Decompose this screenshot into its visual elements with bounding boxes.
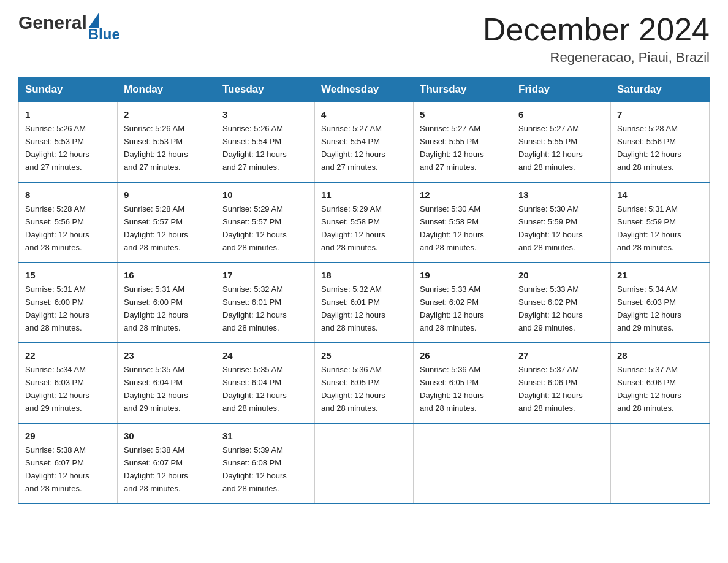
- calendar-cell: 21Sunrise: 5:34 AMSunset: 6:03 PMDayligh…: [611, 262, 710, 343]
- day-info: Sunrise: 5:38 AMSunset: 6:07 PMDaylight:…: [25, 445, 89, 493]
- day-info: Sunrise: 5:38 AMSunset: 6:07 PMDaylight:…: [124, 445, 188, 493]
- day-number: 12: [420, 188, 506, 202]
- day-info: Sunrise: 5:32 AMSunset: 6:01 PMDaylight:…: [222, 285, 287, 332]
- calendar-cell: 16Sunrise: 5:31 AMSunset: 6:00 PMDayligh…: [118, 262, 216, 343]
- day-info: Sunrise: 5:32 AMSunset: 6:01 PMDaylight:…: [321, 285, 385, 332]
- day-info: Sunrise: 5:31 AMSunset: 6:00 PMDaylight:…: [124, 285, 188, 332]
- day-number: 23: [124, 348, 210, 362]
- day-info: Sunrise: 5:28 AMSunset: 5:57 PMDaylight:…: [124, 204, 188, 252]
- calendar-cell: 17Sunrise: 5:32 AMSunset: 6:01 PMDayligh…: [216, 262, 315, 343]
- day-info: Sunrise: 5:37 AMSunset: 6:06 PMDaylight:…: [617, 365, 681, 413]
- day-info: Sunrise: 5:29 AMSunset: 5:58 PMDaylight:…: [321, 204, 385, 252]
- day-info: Sunrise: 5:26 AMSunset: 5:53 PMDaylight:…: [25, 124, 89, 172]
- calendar-cell: 1Sunrise: 5:26 AMSunset: 5:53 PMDaylight…: [19, 102, 118, 182]
- day-number: 11: [321, 188, 407, 202]
- day-info: Sunrise: 5:35 AMSunset: 6:04 PMDaylight:…: [124, 365, 188, 413]
- day-number: 13: [518, 188, 604, 202]
- title-area: December 2024 Regeneracao, Piaui, Brazil: [483, 12, 710, 66]
- day-info: Sunrise: 5:36 AMSunset: 6:05 PMDaylight:…: [420, 365, 484, 413]
- logo-blue-col: Blue: [88, 12, 120, 42]
- day-info: Sunrise: 5:29 AMSunset: 5:57 PMDaylight:…: [222, 204, 287, 252]
- calendar-cell: 30Sunrise: 5:38 AMSunset: 6:07 PMDayligh…: [118, 423, 216, 504]
- calendar-cell: 13Sunrise: 5:30 AMSunset: 5:59 PMDayligh…: [512, 182, 611, 262]
- calendar-cell: 7Sunrise: 5:28 AMSunset: 5:56 PMDaylight…: [611, 102, 710, 182]
- calendar-body: 1Sunrise: 5:26 AMSunset: 5:53 PMDaylight…: [19, 102, 710, 504]
- calendar-cell: 22Sunrise: 5:34 AMSunset: 6:03 PMDayligh…: [19, 343, 118, 423]
- day-info: Sunrise: 5:31 AMSunset: 6:00 PMDaylight:…: [25, 285, 89, 332]
- day-number: 6: [518, 107, 604, 121]
- calendar-cell: 8Sunrise: 5:28 AMSunset: 5:56 PMDaylight…: [19, 182, 118, 262]
- weekday-header-friday: Friday: [512, 77, 611, 102]
- day-number: 31: [222, 429, 308, 443]
- day-number: 9: [124, 188, 210, 202]
- day-info: Sunrise: 5:27 AMSunset: 5:55 PMDaylight:…: [518, 124, 583, 172]
- day-info: Sunrise: 5:34 AMSunset: 6:03 PMDaylight:…: [617, 285, 681, 332]
- day-number: 19: [420, 268, 506, 282]
- calendar-cell: 11Sunrise: 5:29 AMSunset: 5:58 PMDayligh…: [315, 182, 414, 262]
- day-number: 26: [420, 348, 506, 362]
- day-info: Sunrise: 5:33 AMSunset: 6:02 PMDaylight:…: [518, 285, 583, 332]
- calendar-cell: 20Sunrise: 5:33 AMSunset: 6:02 PMDayligh…: [512, 262, 611, 343]
- calendar-cell: 6Sunrise: 5:27 AMSunset: 5:55 PMDaylight…: [512, 102, 611, 182]
- calendar-week-row: 29Sunrise: 5:38 AMSunset: 6:07 PMDayligh…: [19, 423, 710, 504]
- calendar-cell: 10Sunrise: 5:29 AMSunset: 5:57 PMDayligh…: [216, 182, 315, 262]
- calendar-cell: 14Sunrise: 5:31 AMSunset: 5:59 PMDayligh…: [611, 182, 710, 262]
- day-number: 15: [25, 268, 111, 282]
- calendar-cell: 18Sunrise: 5:32 AMSunset: 6:01 PMDayligh…: [315, 262, 414, 343]
- day-number: 4: [321, 107, 407, 121]
- day-info: Sunrise: 5:34 AMSunset: 6:03 PMDaylight:…: [25, 365, 89, 413]
- calendar-cell: 12Sunrise: 5:30 AMSunset: 5:58 PMDayligh…: [414, 182, 512, 262]
- calendar-cell: 24Sunrise: 5:35 AMSunset: 6:04 PMDayligh…: [216, 343, 315, 423]
- day-number: 21: [617, 268, 703, 282]
- day-number: 18: [321, 268, 407, 282]
- calendar-week-row: 22Sunrise: 5:34 AMSunset: 6:03 PMDayligh…: [19, 343, 710, 423]
- day-info: Sunrise: 5:33 AMSunset: 6:02 PMDaylight:…: [420, 285, 484, 332]
- day-info: Sunrise: 5:31 AMSunset: 5:59 PMDaylight:…: [617, 204, 681, 252]
- day-number: 20: [518, 268, 604, 282]
- weekday-header-tuesday: Tuesday: [216, 77, 315, 102]
- day-number: 10: [222, 188, 308, 202]
- day-number: 17: [222, 268, 308, 282]
- calendar-cell: [611, 423, 710, 504]
- day-info: Sunrise: 5:30 AMSunset: 5:58 PMDaylight:…: [420, 204, 484, 252]
- calendar-cell: 9Sunrise: 5:28 AMSunset: 5:57 PMDaylight…: [118, 182, 216, 262]
- calendar-cell: 28Sunrise: 5:37 AMSunset: 6:06 PMDayligh…: [611, 343, 710, 423]
- day-number: 29: [25, 429, 111, 443]
- calendar-week-row: 15Sunrise: 5:31 AMSunset: 6:00 PMDayligh…: [19, 262, 710, 343]
- day-info: Sunrise: 5:37 AMSunset: 6:06 PMDaylight:…: [518, 365, 583, 413]
- page-header: General Blue December 2024 Regeneracao, …: [18, 12, 710, 66]
- day-number: 3: [222, 107, 308, 121]
- calendar-cell: 23Sunrise: 5:35 AMSunset: 6:04 PMDayligh…: [118, 343, 216, 423]
- calendar-cell: [512, 423, 611, 504]
- day-info: Sunrise: 5:27 AMSunset: 5:54 PMDaylight:…: [321, 124, 385, 172]
- day-info: Sunrise: 5:30 AMSunset: 5:59 PMDaylight:…: [518, 204, 583, 252]
- day-number: 16: [124, 268, 210, 282]
- calendar-week-row: 8Sunrise: 5:28 AMSunset: 5:56 PMDaylight…: [19, 182, 710, 262]
- calendar-header: SundayMondayTuesdayWednesdayThursdayFrid…: [19, 77, 710, 102]
- day-number: 5: [420, 107, 506, 121]
- logo-general-text: General: [18, 12, 87, 33]
- day-number: 8: [25, 188, 111, 202]
- day-info: Sunrise: 5:35 AMSunset: 6:04 PMDaylight:…: [222, 365, 287, 413]
- calendar-subtitle: Regeneracao, Piaui, Brazil: [483, 50, 710, 66]
- calendar-cell: 27Sunrise: 5:37 AMSunset: 6:06 PMDayligh…: [512, 343, 611, 423]
- calendar-cell: 31Sunrise: 5:39 AMSunset: 6:08 PMDayligh…: [216, 423, 315, 504]
- day-number: 27: [518, 348, 604, 362]
- day-info: Sunrise: 5:26 AMSunset: 5:53 PMDaylight:…: [124, 124, 188, 172]
- day-info: Sunrise: 5:28 AMSunset: 5:56 PMDaylight:…: [617, 124, 681, 172]
- day-number: 25: [321, 348, 407, 362]
- weekday-header-row: SundayMondayTuesdayWednesdayThursdayFrid…: [19, 77, 710, 102]
- calendar-cell: 29Sunrise: 5:38 AMSunset: 6:07 PMDayligh…: [19, 423, 118, 504]
- calendar-table: SundayMondayTuesdayWednesdayThursdayFrid…: [18, 77, 710, 504]
- day-info: Sunrise: 5:26 AMSunset: 5:54 PMDaylight:…: [222, 124, 287, 172]
- calendar-cell: 5Sunrise: 5:27 AMSunset: 5:55 PMDaylight…: [414, 102, 512, 182]
- day-number: 24: [222, 348, 308, 362]
- calendar-cell: 19Sunrise: 5:33 AMSunset: 6:02 PMDayligh…: [414, 262, 512, 343]
- logo: General Blue: [18, 12, 120, 42]
- day-info: Sunrise: 5:27 AMSunset: 5:55 PMDaylight:…: [420, 124, 484, 172]
- calendar-cell: 25Sunrise: 5:36 AMSunset: 6:05 PMDayligh…: [315, 343, 414, 423]
- weekday-header-sunday: Sunday: [19, 77, 118, 102]
- day-info: Sunrise: 5:39 AMSunset: 6:08 PMDaylight:…: [222, 445, 287, 493]
- calendar-cell: 4Sunrise: 5:27 AMSunset: 5:54 PMDaylight…: [315, 102, 414, 182]
- day-number: 28: [617, 348, 703, 362]
